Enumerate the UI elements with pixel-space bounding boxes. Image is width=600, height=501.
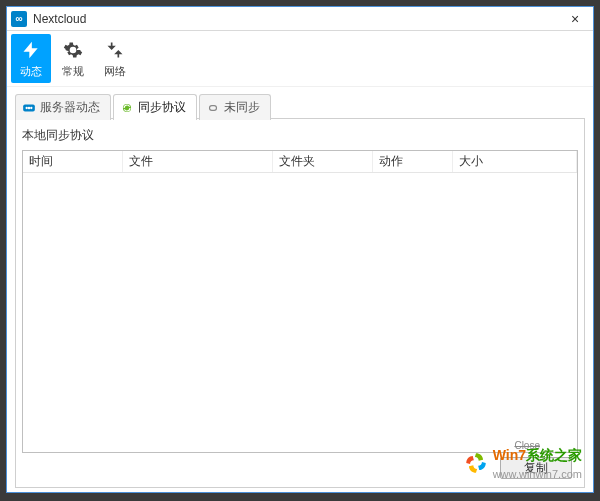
column-header-size[interactable]: 大小 (453, 151, 577, 172)
cloud-icon (22, 101, 36, 115)
column-header-file[interactable]: 文件 (123, 151, 273, 172)
toolbar-general-label: 常规 (62, 64, 84, 79)
toolbar-network-button[interactable]: 网络 (95, 34, 135, 83)
column-header-folder[interactable]: 文件夹 (273, 151, 373, 172)
section-label: 本地同步协议 (22, 127, 578, 144)
toolbar-network-label: 网络 (104, 64, 126, 79)
watermark-text-2: 系统之家 (526, 447, 582, 463)
window-close-button[interactable]: × (561, 7, 589, 30)
tab-server-status[interactable]: 服务器动态 (15, 94, 111, 120)
link-icon (206, 101, 220, 115)
close-icon: × (571, 11, 579, 27)
table-header: 时间 文件 文件夹 动作 大小 (23, 151, 577, 173)
column-header-action[interactable]: 动作 (373, 151, 453, 172)
main-toolbar: 动态 常规 网络 (7, 31, 593, 87)
windows-logo-icon (463, 450, 489, 479)
column-header-time[interactable]: 时间 (23, 151, 123, 172)
tab-bar: 服务器动态 同步协议 未同步 (15, 93, 585, 119)
title-bar: ∞ Nextcloud × (7, 7, 593, 31)
table-body (23, 173, 577, 452)
watermark: Win7系统之家 www.winwin7.com (463, 447, 582, 481)
watermark-text-1: Win7 (493, 447, 526, 463)
svg-point-3 (30, 106, 32, 108)
tab-sync-protocol-label: 同步协议 (138, 99, 186, 116)
network-icon (103, 38, 127, 62)
app-icon: ∞ (11, 11, 27, 27)
content-area: 服务器动态 同步协议 未同步 本地同步协议 (7, 87, 593, 492)
toolbar-activity-label: 动态 (20, 64, 42, 79)
svg-point-2 (28, 106, 31, 109)
tab-not-synced[interactable]: 未同步 (199, 94, 271, 120)
toolbar-general-button[interactable]: 常规 (53, 34, 93, 83)
tab-not-synced-label: 未同步 (224, 99, 260, 116)
tab-panel: 本地同步协议 时间 文件 文件夹 动作 大小 复制 (15, 118, 585, 488)
toolbar-activity-button[interactable]: 动态 (11, 34, 51, 83)
sync-icon (120, 101, 134, 115)
window-title: Nextcloud (33, 12, 86, 26)
sync-log-table[interactable]: 时间 文件 文件夹 动作 大小 (22, 150, 578, 453)
watermark-site: www.winwin7.com (493, 468, 582, 480)
svg-point-1 (26, 106, 28, 108)
gear-icon (61, 38, 85, 62)
bolt-icon (19, 38, 43, 62)
tab-server-status-label: 服务器动态 (40, 99, 100, 116)
tab-sync-protocol[interactable]: 同步协议 (113, 94, 197, 120)
app-window: ∞ Nextcloud × 动态 常规 (6, 6, 594, 493)
